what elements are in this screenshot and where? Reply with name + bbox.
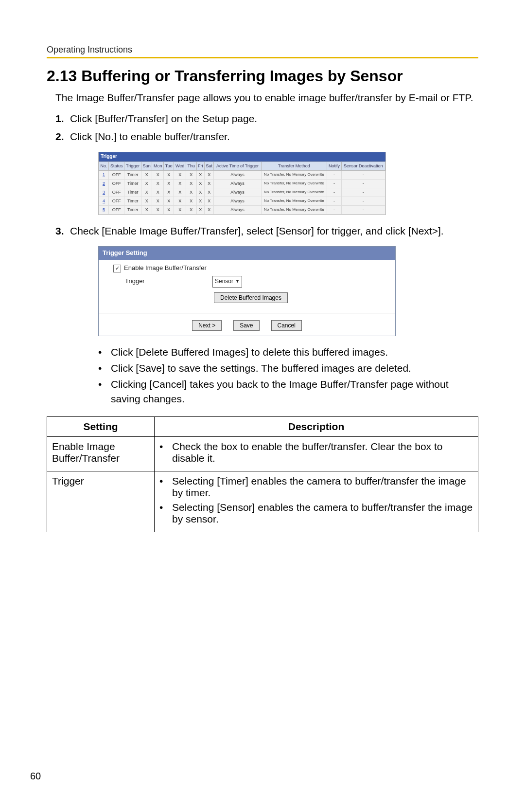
trigger-row-no[interactable]: 2: [99, 179, 109, 188]
step-1-num: 1.: [55, 111, 64, 126]
th-status: Status: [109, 162, 124, 170]
settings-r2-setting: Trigger: [47, 471, 155, 532]
intro-paragraph: The Image Buffer/Transfer page allows yo…: [55, 91, 478, 105]
trigger-row-sensor: -: [341, 179, 385, 188]
trigger-setting-screenshot: Trigger Setting ✓ Enable Image Buffer/Tr…: [98, 246, 396, 336]
cancel-button[interactable]: Cancel: [271, 320, 302, 331]
th-sensor: Sensor Deactivation: [341, 162, 385, 170]
trigger-row-no[interactable]: 3: [99, 188, 109, 197]
settings-r2-d1: Selecting [Timer] enables the camera to …: [159, 475, 473, 499]
trigger-row-active: Always: [214, 188, 261, 197]
trigger-setting-titlebar: Trigger Setting: [99, 247, 395, 260]
running-head: Operating Instructions: [47, 45, 478, 55]
step-3-notes: Click [Delete Buffered Images] to delete…: [98, 345, 478, 406]
th-tue: Tue: [164, 162, 174, 170]
trigger-row: 2OFFTimerXXXXXXXAlwaysNo Transfer, No Me…: [99, 179, 385, 188]
step-3-num: 3.: [55, 224, 64, 238]
trigger-row-fri: X: [196, 205, 204, 214]
settings-r2-d2: Selecting [Sensor] enables the camera to…: [159, 502, 473, 525]
trigger-row-trigger: Timer: [124, 197, 141, 205]
enable-checkbox[interactable]: ✓: [113, 265, 121, 272]
trigger-row-notify: -: [327, 170, 342, 179]
save-button[interactable]: Save: [233, 320, 259, 331]
trigger-row-method: No Transfer, No Memory Overwrite: [261, 179, 327, 188]
trigger-row: 3OFFTimerXXXXXXXAlwaysNo Transfer, No Me…: [99, 188, 385, 197]
trigger-row-mon: X: [152, 170, 164, 179]
trigger-row-status: OFF: [109, 197, 124, 205]
trigger-row-active: Always: [214, 170, 261, 179]
step-2-text: Click [No.] to enable buffer/transfer.: [70, 131, 230, 142]
trigger-row-active: Always: [214, 179, 261, 188]
trigger-row-sat: X: [204, 188, 214, 197]
trigger-row-sat: X: [204, 205, 214, 214]
enable-row: ✓ Enable Image Buffer/Transfer: [113, 264, 388, 273]
section-title: 2.13 Buffering or Transferring Images by…: [47, 67, 478, 85]
trigger-table-title: Trigger: [99, 152, 385, 162]
trigger-row-no[interactable]: 5: [99, 205, 109, 214]
step-3: 3. Check [Enable Image Buffer/Transfer],…: [55, 224, 478, 406]
trigger-row-sat: X: [204, 179, 214, 188]
trigger-row-no[interactable]: 4: [99, 197, 109, 205]
chevron-down-icon: ▼: [235, 278, 240, 285]
th-notify: Notify: [327, 162, 342, 170]
trigger-row-no[interactable]: 1: [99, 170, 109, 179]
trigger-table-body: 1OFFTimerXXXXXXXAlwaysNo Transfer, No Me…: [99, 170, 385, 214]
enable-checkbox-label: Enable Image Buffer/Transfer: [124, 264, 207, 273]
th-trigger: Trigger: [124, 162, 141, 170]
settings-th-description: Description: [155, 417, 478, 437]
trigger-row-thu: X: [186, 205, 196, 214]
trigger-row-notify: -: [327, 179, 342, 188]
th-no: No.: [99, 162, 109, 170]
trigger-row-sat: X: [204, 170, 214, 179]
delete-buffered-images-button[interactable]: Delete Buffered Images: [214, 292, 288, 303]
trigger-row-method: No Transfer, No Memory Overwrite: [261, 170, 327, 179]
trigger-row-wed: X: [174, 197, 186, 205]
trigger-select[interactable]: Sensor ▼: [212, 276, 242, 287]
settings-r1-desc: Check the box to enable the buffer/trans…: [155, 437, 478, 471]
settings-r1-setting: Enable Image Buffer/Transfer: [47, 437, 155, 471]
th-wed: Wed: [174, 162, 186, 170]
trigger-row: Trigger Sensor ▼: [125, 276, 388, 287]
trigger-row-wed: X: [174, 170, 186, 179]
trigger-row-fri: X: [196, 197, 204, 205]
trigger-row-method: No Transfer, No Memory Overwrite: [261, 188, 327, 197]
trigger-row-status: OFF: [109, 205, 124, 214]
trigger-row-notify: -: [327, 205, 342, 214]
trigger-row-trigger: Timer: [124, 188, 141, 197]
trigger-row-thu: X: [186, 188, 196, 197]
trigger-row-thu: X: [186, 170, 196, 179]
page-number: 60: [30, 771, 41, 782]
trigger-row-sat: X: [204, 197, 214, 205]
trigger-row-tue: X: [164, 197, 174, 205]
trigger-row-sensor: -: [341, 170, 385, 179]
trigger-row-active: Always: [214, 205, 261, 214]
trigger-table: No. Status Trigger Sun Mon Tue Wed Thu F…: [99, 162, 385, 215]
trigger-row-fri: X: [196, 179, 204, 188]
trigger-row-status: OFF: [109, 170, 124, 179]
trigger-row-sun: X: [141, 188, 152, 197]
step-1: 1. Click [Buffer/Transfer] on the Setup …: [55, 111, 478, 126]
trigger-row-sun: X: [141, 205, 152, 214]
trigger-row-sensor: -: [341, 205, 385, 214]
trigger-row-thu: X: [186, 179, 196, 188]
step-2: 2. Click [No.] to enable buffer/transfer…: [55, 129, 478, 215]
th-thu: Thu: [186, 162, 196, 170]
step-3-text: Check [Enable Image Buffer/Transfer], se…: [70, 225, 444, 236]
trigger-row-fri: X: [196, 170, 204, 179]
trigger-table-screenshot: Trigger No. Status Trigger Sun Mon Tue W…: [98, 152, 386, 215]
trigger-row-sun: X: [141, 170, 152, 179]
trigger-row-mon: X: [152, 197, 164, 205]
button-row: Next > Save Cancel: [99, 317, 395, 336]
trigger-row-tue: X: [164, 188, 174, 197]
trigger-row: 1OFFTimerXXXXXXXAlwaysNo Transfer, No Me…: [99, 170, 385, 179]
trigger-table-head: No. Status Trigger Sun Mon Tue Wed Thu F…: [99, 162, 385, 170]
trigger-row-notify: -: [327, 188, 342, 197]
step-1-text: Click [Buffer/Transfer] on the Setup pag…: [70, 113, 257, 124]
trigger-row-mon: X: [152, 188, 164, 197]
trigger-row-mon: X: [152, 179, 164, 188]
step-list: 1. Click [Buffer/Transfer] on the Setup …: [55, 111, 478, 406]
trigger-row-sun: X: [141, 179, 152, 188]
next-button[interactable]: Next >: [192, 320, 222, 331]
th-method: Transfer Method: [261, 162, 327, 170]
trigger-row-status: OFF: [109, 188, 124, 197]
